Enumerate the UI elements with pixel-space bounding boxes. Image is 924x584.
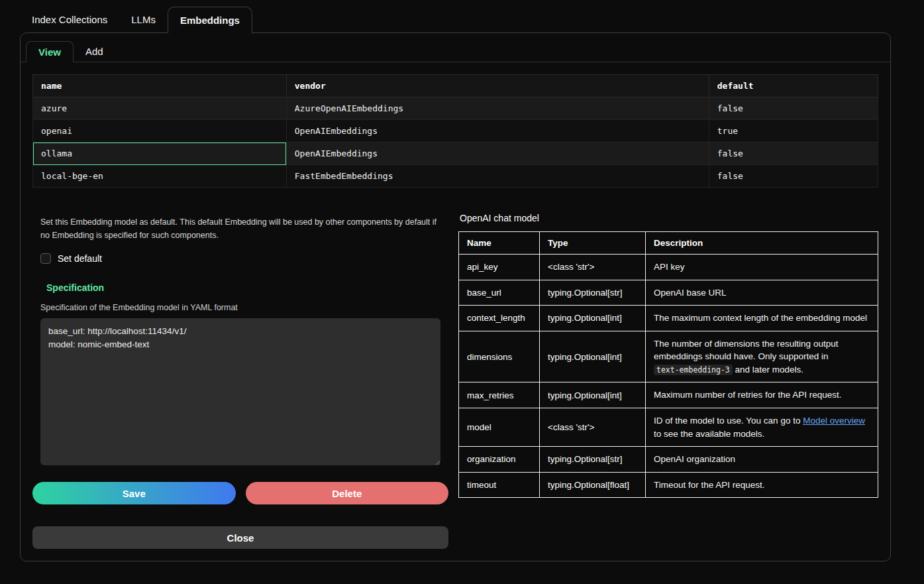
param-type: typing.Optional[float] bbox=[540, 472, 646, 498]
param-name: max_retries bbox=[459, 382, 540, 408]
yaml-editor[interactable] bbox=[40, 318, 440, 465]
embeddings-table-wrap: name vendor default azureAzureOpenAIEmbe… bbox=[21, 62, 890, 188]
param-type: typing.Optional[str] bbox=[540, 447, 646, 473]
tab-embeddings[interactable]: Embeddings bbox=[168, 7, 252, 33]
embeddings-cell-name[interactable]: local-bge-en bbox=[33, 165, 287, 188]
param-description: OpenAI organization bbox=[646, 447, 878, 473]
param-row: base_urltyping.Optional[str]OpenAI base … bbox=[459, 280, 878, 306]
embeddings-cell-default[interactable]: false bbox=[709, 143, 878, 165]
embeddings-row[interactable]: azureAzureOpenAIEmbeddingsfalse bbox=[33, 97, 878, 120]
param-description: API key bbox=[646, 255, 878, 280]
param-name: dimensions bbox=[459, 331, 540, 382]
model-info-column: OpenAI chat model Name Type Description … bbox=[458, 213, 878, 549]
edit-column: Set this Embedding model as default. Thi… bbox=[32, 213, 448, 549]
model-info-title: OpenAI chat model bbox=[460, 213, 878, 223]
embeddings-cell-vendor[interactable]: AzureOpenAIEmbeddings bbox=[286, 97, 709, 120]
params-column-description: Description bbox=[646, 232, 878, 255]
embeddings-cell-default[interactable]: false bbox=[709, 97, 878, 120]
embeddings-cell-name[interactable]: ollama bbox=[33, 143, 287, 165]
main-tabbar: Index Collections LLMs Embeddings bbox=[20, 7, 891, 33]
subtab-view[interactable]: View bbox=[26, 41, 74, 62]
params-column-name: Name bbox=[459, 232, 540, 255]
save-button[interactable]: Save bbox=[32, 482, 236, 504]
embeddings-cell-vendor[interactable]: OpenAIEmbeddings bbox=[286, 120, 709, 143]
embeddings-row[interactable]: ollamaOpenAIEmbeddingsfalse bbox=[33, 143, 878, 165]
param-name: api_key bbox=[459, 255, 540, 280]
embeddings-table: name vendor default azureAzureOpenAIEmbe… bbox=[32, 74, 878, 188]
description-text: OpenAI base URL bbox=[654, 288, 727, 298]
embeddings-row[interactable]: openaiOpenAIEmbeddingstrue bbox=[33, 120, 878, 143]
embeddings-cell-vendor[interactable]: FastEmbedEmbeddings bbox=[286, 165, 709, 188]
embeddings-row[interactable]: local-bge-enFastEmbedEmbeddingsfalse bbox=[33, 165, 878, 188]
description-text: and later models. bbox=[733, 365, 803, 375]
set-default-row: Set default bbox=[40, 253, 440, 264]
param-description: Timeout for the API request. bbox=[646, 472, 878, 498]
embeddings-table-body: azureAzureOpenAIEmbeddingsfalseopenaiOpe… bbox=[33, 97, 878, 188]
param-row: context_lengthtyping.Optional[int]The ma… bbox=[459, 306, 878, 331]
description-text: ID of the model to use. You can go to bbox=[654, 416, 803, 426]
model-overview-link[interactable]: Model overview bbox=[803, 416, 865, 426]
param-row: organizationtyping.Optional[str]OpenAI o… bbox=[459, 447, 878, 473]
subtab-add[interactable]: Add bbox=[74, 41, 115, 62]
embeddings-cell-default[interactable]: true bbox=[709, 120, 878, 143]
embeddings-cell-vendor[interactable]: OpenAIEmbeddings bbox=[286, 143, 709, 165]
param-name: organization bbox=[459, 447, 540, 473]
column-header-name: name bbox=[33, 75, 287, 97]
param-type: typing.Optional[int] bbox=[540, 331, 646, 382]
param-description: ID of the model to use. You can go to Mo… bbox=[646, 408, 878, 446]
param-description: The number of dimensions the resulting o… bbox=[646, 331, 878, 382]
embeddings-cell-default[interactable]: false bbox=[709, 165, 878, 188]
embeddings-cell-name[interactable]: azure bbox=[33, 97, 287, 120]
specification-heading: Specification bbox=[46, 282, 440, 293]
param-type: typing.Optional[int] bbox=[540, 306, 646, 331]
param-description: OpenAI base URL bbox=[646, 280, 878, 306]
default-description: Set this Embedding model as default. Thi… bbox=[40, 215, 440, 242]
specification-subtext: Specification of the Embedding model in … bbox=[40, 303, 440, 312]
description-text: API key bbox=[654, 262, 685, 272]
param-description: The maximum context length of the embedd… bbox=[646, 306, 878, 331]
param-row: max_retriestyping.Optional[int]Maximum n… bbox=[459, 382, 878, 408]
embeddings-cell-name[interactable]: openai bbox=[33, 120, 287, 143]
description-text: Timeout for the API request. bbox=[654, 480, 765, 490]
sub-tabbar: View Add bbox=[21, 33, 890, 62]
param-type: typing.Optional[int] bbox=[540, 382, 646, 408]
embeddings-table-header: name vendor default bbox=[33, 75, 878, 97]
inline-code: text-embedding-3 bbox=[654, 365, 733, 375]
description-text: to see the available models. bbox=[654, 429, 764, 439]
description-text: The maximum context length of the embedd… bbox=[654, 313, 867, 323]
set-default-checkbox[interactable] bbox=[40, 253, 51, 264]
column-header-vendor: vendor bbox=[286, 75, 709, 97]
detail-content: Set this Embedding model as default. Thi… bbox=[21, 188, 890, 549]
param-row: model<class 'str'>ID of the model to use… bbox=[459, 408, 878, 446]
param-name: model bbox=[459, 408, 540, 446]
params-column-type: Type bbox=[540, 232, 646, 255]
param-type: typing.Optional[str] bbox=[540, 280, 646, 306]
tab-index-collections[interactable]: Index Collections bbox=[20, 7, 119, 33]
action-button-row: Save Delete bbox=[32, 482, 448, 504]
param-description: Maximum number of retries for the API re… bbox=[646, 382, 878, 408]
param-type: <class 'str'> bbox=[540, 408, 646, 446]
column-header-default: default bbox=[709, 75, 878, 97]
embeddings-panel: View Add name vendor default azureAzureO… bbox=[20, 32, 891, 561]
params-table-body: api_key<class 'str'>API keybase_urltypin… bbox=[459, 255, 878, 498]
tab-llms[interactable]: LLMs bbox=[119, 7, 168, 33]
description-text: Maximum number of retries for the API re… bbox=[654, 390, 842, 400]
param-name: context_length bbox=[459, 306, 540, 331]
set-default-label: Set default bbox=[58, 253, 102, 264]
param-name: timeout bbox=[459, 472, 540, 498]
param-row: timeouttyping.Optional[float]Timeout for… bbox=[459, 472, 878, 498]
close-button[interactable]: Close bbox=[32, 526, 448, 549]
param-row: dimensionstyping.Optional[int]The number… bbox=[459, 331, 878, 382]
params-table: Name Type Description api_key<class 'str… bbox=[458, 231, 878, 498]
description-text: OpenAI organization bbox=[654, 454, 735, 464]
delete-button[interactable]: Delete bbox=[246, 482, 449, 504]
params-table-header: Name Type Description bbox=[459, 232, 878, 255]
param-type: <class 'str'> bbox=[540, 255, 646, 280]
param-row: api_key<class 'str'>API key bbox=[459, 255, 878, 280]
param-name: base_url bbox=[459, 280, 540, 306]
description-text: The number of dimensions the resulting o… bbox=[654, 339, 838, 362]
